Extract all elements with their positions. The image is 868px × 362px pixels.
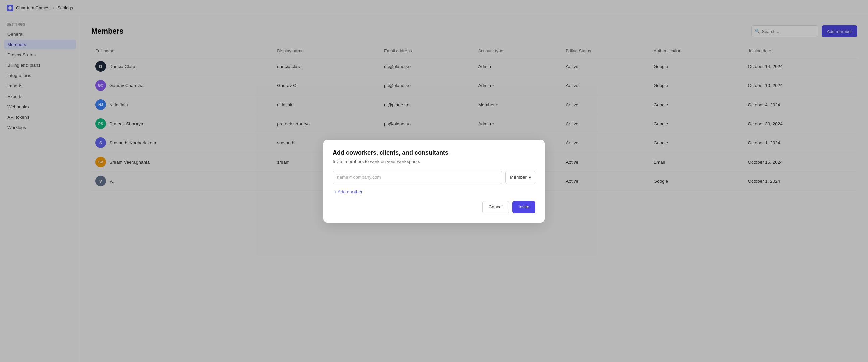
role-label: Member [510, 175, 527, 180]
invite-email-input[interactable] [333, 171, 502, 184]
modal-actions: Cancel Invite [333, 201, 535, 213]
invite-row: Member ▾ [333, 171, 535, 184]
chevron-down-icon: ▾ [529, 175, 531, 180]
role-select[interactable]: Member ▾ [505, 171, 535, 184]
modal-title: Add coworkers, clients, and consultants [333, 149, 535, 156]
invite-modal: Add coworkers, clients, and consultants … [323, 140, 545, 223]
invite-button[interactable]: Invite [513, 201, 535, 213]
add-another-button[interactable]: + Add another [333, 189, 535, 194]
cancel-button[interactable]: Cancel [482, 201, 509, 213]
modal-subtitle: Invite members to work on your workspace… [333, 159, 535, 164]
modal-overlay[interactable]: Add coworkers, clients, and consultants … [0, 0, 868, 362]
add-another-label: + Add another [334, 189, 362, 194]
